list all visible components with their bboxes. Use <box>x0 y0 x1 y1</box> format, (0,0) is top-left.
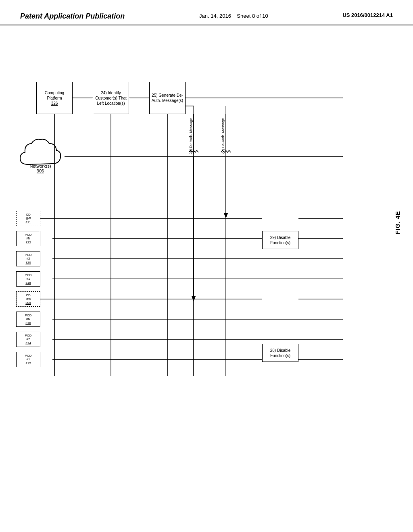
step24-box: 24) Identify Customer(s) That Left Locat… <box>93 82 129 114</box>
pcd-1-318-box: PCD #1 318 <box>16 271 40 287</box>
pcd-n-316-box: PCD #N 316 <box>16 312 40 327</box>
pcd-n-322-box: PCD #N 322 <box>16 231 40 246</box>
svg-text:306: 306 <box>37 168 44 173</box>
step29-box: 29) Disable Function(s) <box>262 231 298 249</box>
network-cloud: Network(s) 306 <box>16 136 65 177</box>
step27-label: 27) De-Auth. Message <box>221 118 225 154</box>
svg-text:Network(s): Network(s) <box>29 164 51 168</box>
step28-box: 28) Disable Function(s) <box>262 344 298 362</box>
svg-marker-10 <box>224 213 228 218</box>
pcd-2-320-box: PCD #2 320 <box>16 251 40 266</box>
figure-label: FIG. 4E <box>394 211 401 235</box>
publication-number: US 2016/0012214 A1 <box>342 12 393 18</box>
pcd-1-312-box: PCD #1 312 <box>16 352 40 367</box>
pcd-2-314-box: PCD #2 314 <box>16 332 40 347</box>
computing-platform-box: Computing Platform 326 <box>36 82 73 114</box>
step26-label: 26) De-Auth. Message <box>189 118 193 154</box>
svg-marker-8 <box>192 296 196 301</box>
page-header: Patent Application Publication Jan. 14, … <box>0 0 413 25</box>
publication-info: Jan. 14, 2016 Sheet 8 of 10 <box>199 12 268 20</box>
publication-title: Patent Application Publication <box>20 12 125 21</box>
cd-a-box: CD @A 309 <box>16 291 40 307</box>
cd-b-box: CD @B 311 <box>16 211 40 226</box>
step25-box: 25) Generate De- Auth. Message(s) <box>149 82 186 114</box>
diagram-area: Computing Platform 326 24) Identify Cust… <box>0 25 413 517</box>
